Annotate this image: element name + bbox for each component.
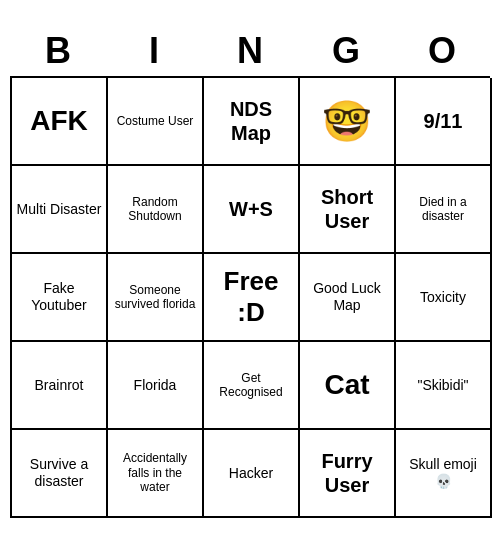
cell-4-2: Hacker xyxy=(204,430,300,518)
cell-1-2: W+S xyxy=(204,166,300,254)
cell-2-2: Free :D xyxy=(204,254,300,342)
bingo-header: B I N G O xyxy=(10,26,490,76)
cell-1-0: Multi Disaster xyxy=(12,166,108,254)
cell-0-4: 9/11 xyxy=(396,78,492,166)
cell-3-1: Florida xyxy=(108,342,204,430)
cell-0-2: NDS Map xyxy=(204,78,300,166)
cell-4-4: Skull emoji 💀 xyxy=(396,430,492,518)
header-i: I xyxy=(110,30,198,72)
bingo-card: B I N G O AFK Costume User NDS Map 🤓 9/1… xyxy=(10,26,490,518)
cell-0-3: 🤓 xyxy=(300,78,396,166)
header-n: N xyxy=(206,30,294,72)
bingo-grid: AFK Costume User NDS Map 🤓 9/11 Multi Di… xyxy=(10,76,490,518)
cell-3-2: Get Recognised xyxy=(204,342,300,430)
cell-4-1: Accidentally falls in the water xyxy=(108,430,204,518)
header-o: O xyxy=(398,30,486,72)
cell-4-3: Furry User xyxy=(300,430,396,518)
cell-2-0: Fake Youtuber xyxy=(12,254,108,342)
cell-4-0: Survive a disaster xyxy=(12,430,108,518)
cell-3-4: "Skibidi" xyxy=(396,342,492,430)
cell-2-4: Toxicity xyxy=(396,254,492,342)
header-g: G xyxy=(302,30,390,72)
cell-1-4: Died in a disaster xyxy=(396,166,492,254)
cell-1-1: Random Shutdown xyxy=(108,166,204,254)
cell-3-3: Cat xyxy=(300,342,396,430)
header-b: B xyxy=(14,30,102,72)
cell-0-1: Costume User xyxy=(108,78,204,166)
cell-2-3: Good Luck Map xyxy=(300,254,396,342)
cell-0-0: AFK xyxy=(12,78,108,166)
cell-1-3: Short User xyxy=(300,166,396,254)
cell-2-1: Someone survived florida xyxy=(108,254,204,342)
cell-3-0: Brainrot xyxy=(12,342,108,430)
